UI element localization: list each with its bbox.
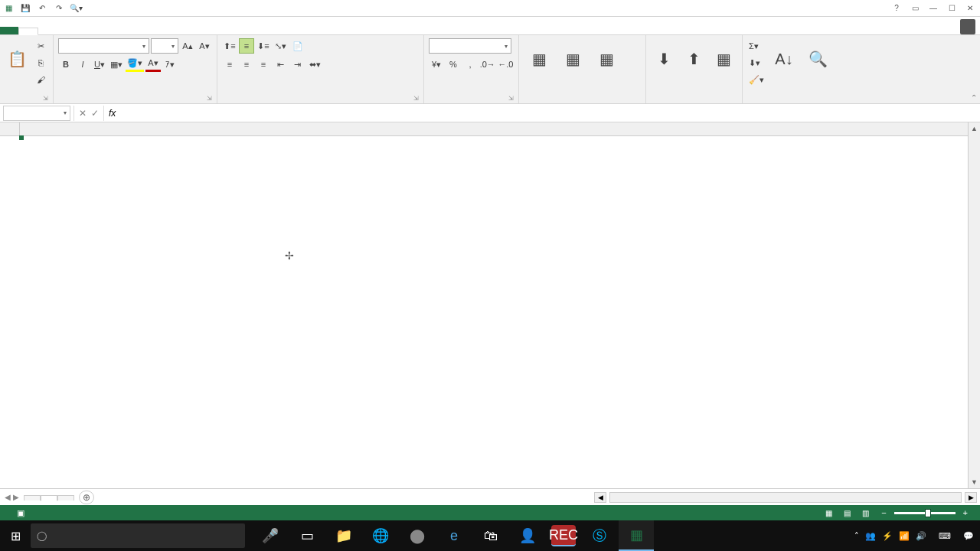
align-center-icon[interactable]: ≡: [239, 57, 254, 72]
tab-data[interactable]: [93, 28, 112, 34]
minimize-icon[interactable]: —: [925, 2, 942, 15]
copy-icon[interactable]: ⎘: [33, 55, 48, 70]
tab-file[interactable]: [0, 27, 18, 34]
start-button[interactable]: ⊞: [0, 520, 31, 551]
underline-button[interactable]: U▾: [92, 57, 107, 72]
format-cells-button[interactable]: ▦: [710, 38, 737, 81]
scroll-up-icon[interactable]: ▲: [969, 122, 980, 135]
zoom-in-icon[interactable]: +: [963, 508, 968, 517]
format-painter-icon[interactable]: 🖌: [33, 72, 48, 87]
fx-icon[interactable]: fx: [104, 108, 120, 119]
normal-view-icon[interactable]: ▦: [820, 507, 837, 519]
volume-icon[interactable]: 🔊: [916, 531, 926, 541]
scroll-down-icon[interactable]: ▼: [969, 476, 980, 488]
tab-home[interactable]: [18, 28, 38, 35]
maximize-icon[interactable]: ☐: [943, 2, 960, 15]
app-icon-1[interactable]: ⬤: [400, 520, 435, 551]
select-all-button[interactable]: [0, 122, 20, 135]
phonetic-button[interactable]: ｱ▾: [162, 57, 178, 72]
comma-format-icon[interactable]: ,: [462, 57, 478, 72]
inc-decimal-icon[interactable]: .0→: [479, 57, 496, 72]
recorder-icon[interactable]: REC: [551, 525, 576, 546]
find-select-button[interactable]: 🔍: [802, 38, 833, 81]
chrome-icon[interactable]: 🌐: [363, 520, 398, 551]
task-view-icon[interactable]: ▭: [289, 520, 325, 551]
align-right-icon[interactable]: ≡: [256, 57, 271, 72]
qat-more-icon[interactable]: 🔍▾: [69, 2, 83, 15]
border-button[interactable]: ▦▾: [109, 57, 124, 72]
excel-icon[interactable]: ▦: [2, 2, 15, 15]
scroll-left-icon[interactable]: ◀: [594, 492, 606, 503]
sort-filter-button[interactable]: A↓: [769, 38, 799, 81]
file-explorer-icon[interactable]: 📁: [326, 520, 361, 551]
skype-icon[interactable]: Ⓢ: [582, 520, 617, 551]
vertical-scrollbar[interactable]: ▲ ▼: [968, 122, 980, 488]
name-box[interactable]: ▾: [3, 106, 70, 121]
tab-addins[interactable]: [185, 28, 204, 34]
font-name-select[interactable]: ▾: [58, 38, 149, 54]
action-center-icon[interactable]: 💬: [963, 531, 974, 541]
sheet-nav[interactable]: ◀ ▶: [0, 493, 24, 501]
battery-icon[interactable]: ⚡: [882, 531, 893, 541]
macro-record-icon[interactable]: ▣: [17, 508, 24, 518]
percent-format-icon[interactable]: %: [446, 57, 461, 72]
tab-page-layout[interactable]: [57, 28, 75, 34]
cut-icon[interactable]: ✂: [33, 38, 48, 54]
accounting-format-icon[interactable]: ¥▾: [429, 57, 444, 72]
fill-button[interactable]: ⬇ ▾: [747, 55, 766, 70]
page-break-view-icon[interactable]: ▥: [857, 507, 874, 519]
add-sheet-button[interactable]: ⊕: [79, 491, 94, 504]
app-icon-2[interactable]: 👤: [510, 520, 545, 551]
tab-review[interactable]: [112, 28, 130, 34]
network-icon[interactable]: 📶: [899, 531, 910, 541]
bold-button[interactable]: B: [58, 57, 74, 72]
font-size-select[interactable]: ▾: [151, 38, 178, 54]
inc-indent-icon[interactable]: ⇥: [289, 57, 305, 72]
wrap-text-button[interactable]: 📄: [289, 38, 306, 54]
store-icon[interactable]: 🛍: [473, 520, 508, 551]
ribbon-display-icon[interactable]: ▭: [906, 2, 923, 15]
formula-input[interactable]: [120, 106, 980, 121]
cell-styles-button[interactable]: ▦: [591, 38, 622, 81]
autosum-button[interactable]: Σ ▾: [747, 38, 766, 54]
scroll-track[interactable]: [609, 492, 962, 503]
zoom-slider[interactable]: [894, 512, 956, 514]
save-icon[interactable]: 💾: [18, 2, 32, 15]
tab-insert[interactable]: [38, 28, 57, 34]
horizontal-scrollbar[interactable]: ◀ ▶: [94, 492, 980, 503]
people-icon[interactable]: 👥: [865, 531, 876, 541]
account-area[interactable]: [956, 19, 980, 34]
sheet-tab-3[interactable]: [57, 495, 74, 500]
collapse-ribbon-icon[interactable]: ⌃: [971, 93, 977, 102]
redo-icon[interactable]: ↷: [52, 2, 66, 15]
sheet-tab-1[interactable]: [24, 495, 41, 500]
keyboard-icon[interactable]: ⌨: [939, 531, 951, 541]
paste-button[interactable]: 📋: [5, 38, 30, 81]
font-color-button[interactable]: A▾: [145, 57, 161, 72]
align-middle-icon[interactable]: ≡: [239, 38, 254, 54]
table-format-button[interactable]: ▦: [557, 38, 588, 81]
insert-cells-button[interactable]: ⬇: [651, 38, 678, 81]
orientation-icon[interactable]: ⤡▾: [273, 38, 288, 54]
align-bottom-icon[interactable]: ⬇≡: [256, 38, 271, 54]
zoom-out-icon[interactable]: −: [881, 508, 886, 517]
mic-icon[interactable]: 🎤: [253, 520, 288, 551]
close-icon[interactable]: ✕: [962, 2, 978, 15]
italic-button[interactable]: I: [75, 57, 90, 72]
tab-new[interactable]: [149, 28, 167, 34]
fill-color-button[interactable]: 🪣▾: [126, 57, 144, 72]
tab-formulas[interactable]: [75, 28, 93, 34]
help-icon[interactable]: ?: [888, 2, 905, 15]
tray-chevron-icon[interactable]: ˄: [854, 531, 859, 541]
align-left-icon[interactable]: ≡: [222, 57, 237, 72]
excel-taskbar-icon[interactable]: ▦: [619, 520, 654, 551]
shrink-font-icon[interactable]: A▾: [197, 38, 212, 54]
tab-view[interactable]: [130, 28, 149, 34]
edge-icon[interactable]: e: [436, 520, 472, 551]
cond-format-button[interactable]: ▦: [524, 38, 554, 81]
merge-center-button[interactable]: ⬌ ▾: [306, 57, 324, 72]
tab-justpdf[interactable]: [204, 28, 222, 34]
undo-icon[interactable]: ↶: [35, 2, 49, 15]
scroll-right-icon[interactable]: ▶: [965, 492, 977, 503]
enter-formula-icon[interactable]: ✓: [91, 108, 99, 119]
